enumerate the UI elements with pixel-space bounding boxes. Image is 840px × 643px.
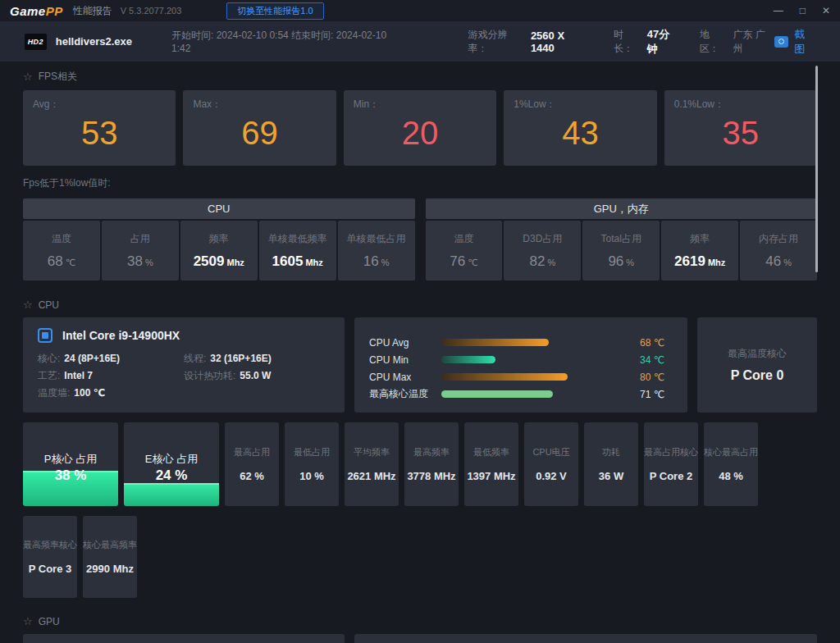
cpu-freq-cell: 频率 2509Mhz bbox=[180, 221, 258, 280]
max-core-temp-bar bbox=[441, 390, 553, 398]
gpu-info-card: NVIDIA GeForce RTX 4060 Laptop 品牌:Hewlet… bbox=[23, 634, 345, 643]
cpu-name: Intel Core i9-14900HX bbox=[62, 329, 180, 342]
gpu-freq-cell: 频率 2619Mhz bbox=[661, 221, 738, 280]
gpu-total-usage-cell: Total占用 96% bbox=[582, 221, 660, 280]
gamepp-window: GamePP 性能报告 V 5.3.2077.203 切换至性能报告1.0 — … bbox=[0, 0, 840, 643]
fps-card-avg: Avg： 53 bbox=[23, 90, 176, 166]
cpu-max-core-temp-bar-row: 最高核心温度 71 ℃ bbox=[369, 387, 674, 401]
fps-section-title: FPS相关 bbox=[39, 70, 77, 84]
vertical-scrollbar[interactable] bbox=[815, 66, 818, 272]
power-draw-card: 功耗 36 W bbox=[584, 422, 638, 506]
cpu-extra-row: 最高频率核心 P Core 3 核心最高频率 2990 Mhz bbox=[23, 516, 817, 598]
cpu-avg-bar bbox=[441, 339, 549, 346]
session-times: 开始时间: 2024-02-10 0:54 结束时间: 2024-02-10 1… bbox=[171, 29, 406, 54]
avg-freq-card: 平均频率 2621 MHz bbox=[345, 422, 399, 506]
fps-section-header: ☆ FPS相关 bbox=[23, 70, 817, 84]
cpu-min-core-freq-cell: 单核最低频率 1605Mhz bbox=[259, 221, 336, 280]
cpu-process: 工艺:Intel 7 bbox=[38, 367, 184, 385]
switch-report-button[interactable]: 切换至性能报告1.0 bbox=[226, 2, 323, 20]
low-fps-note: Fps低于1%low值时: bbox=[23, 176, 817, 190]
hottest-core-card: 最高温度核心 P Core 0 bbox=[697, 317, 817, 413]
cpu-temp-wall: 温度墙:100 ℃ bbox=[38, 385, 184, 402]
game-exe-name: helldivers2.exe bbox=[56, 35, 132, 48]
cpu-max-bar bbox=[441, 373, 568, 381]
region: 地区： 广东 广州 bbox=[700, 28, 775, 56]
fps-1pct-low-value: 43 bbox=[514, 115, 646, 152]
gpu-table-header: GPU，内存 bbox=[426, 198, 818, 219]
camera-icon bbox=[774, 36, 788, 48]
min-freq-card: 最低频率 1397 MHz bbox=[464, 422, 518, 506]
gpu-temp-bars-card: GPU Avg 76 ℃ GPU Min 42 ℃ GPU Max 80 ℃ bbox=[354, 634, 817, 643]
game-resolution: 游戏分辨率： 2560 X 1440 bbox=[468, 28, 591, 56]
cpu-threads: 线程:32 (16P+16E) bbox=[184, 350, 330, 367]
window-controls: — □ ✕ bbox=[774, 5, 830, 16]
app-version: V 5.3.2077.203 bbox=[121, 6, 182, 16]
fps-max-value: 69 bbox=[193, 115, 326, 152]
core-max-freq-card: 核心最高频率 2990 Mhz bbox=[83, 516, 137, 598]
ecore-usage-gauge: E核心 占用 24 % bbox=[124, 422, 219, 506]
fps-card-min: Min： 20 bbox=[344, 90, 496, 166]
max-usage-card: 最高占用 62 % bbox=[225, 422, 279, 506]
gpu-d3d-usage-cell: D3D占用 82% bbox=[504, 221, 581, 280]
fps-min-value: 20 bbox=[354, 115, 486, 152]
fps-card-01pct-low: 0.1%Low： 35 bbox=[664, 90, 817, 166]
gpu-section-header: ☆ GPU bbox=[23, 615, 817, 627]
maximize-icon[interactable]: □ bbox=[800, 5, 806, 16]
cpu-avg-bar-row: CPU Avg 68 ℃ bbox=[369, 335, 674, 349]
star-icon: ☆ bbox=[23, 71, 33, 83]
gpu-temp-cell: 温度 76℃ bbox=[426, 221, 503, 280]
gpu-low-table: GPU，内存 温度 76℃ D3D占用 82% Total占用 96% bbox=[426, 198, 818, 280]
session-duration: 时长： 47分钟 bbox=[614, 27, 680, 57]
cpu-min-bar-row: CPU Min 34 ℃ bbox=[369, 353, 674, 367]
app-subtitle: 性能报告 bbox=[73, 4, 112, 18]
fps-avg-value: 53 bbox=[33, 115, 166, 152]
pcore-usage-gauge: P核心 占用 38 % bbox=[23, 422, 118, 506]
fps-01pct-low-value: 35 bbox=[674, 115, 807, 152]
cpu-cores: 核心:24 (8P+16E) bbox=[38, 350, 184, 367]
cpu-voltage-card: CPU电压 0.92 V bbox=[524, 422, 578, 506]
memory-usage-cell: 内存占用 46% bbox=[740, 221, 817, 280]
max-usage-core-card: 最高占用核心 P Core 2 bbox=[644, 422, 698, 506]
game-info-bar: HD2 helldivers2.exe 开始时间: 2024-02-10 0:5… bbox=[0, 21, 840, 62]
cpu-chip-icon bbox=[38, 328, 52, 343]
cpu-top-row: Intel Core i9-14900HX 核心:24 (8P+16E) 线程:… bbox=[23, 317, 817, 413]
cpu-tdp: 设计热功耗:55.0 W bbox=[184, 367, 330, 385]
cpu-max-bar-row: CPU Max 80 ℃ bbox=[369, 370, 674, 384]
minimize-icon[interactable]: — bbox=[774, 5, 783, 16]
star-icon: ☆ bbox=[23, 615, 33, 627]
core-max-usage-card: 核心最高占用 48 % bbox=[704, 422, 758, 506]
cpu-usage-cell: 占用 38% bbox=[102, 221, 179, 280]
fps-card-1pct-low: 1%Low： 43 bbox=[504, 90, 656, 166]
game-icon: HD2 bbox=[25, 34, 47, 50]
cpu-table-header: CPU bbox=[23, 198, 415, 219]
max-freq-core-card: 最高频率核心 P Core 3 bbox=[23, 516, 77, 598]
cpu-low-table: CPU 温度 68℃ 占用 38% 频率 2509Mhz 单 bbox=[23, 198, 415, 280]
gamepp-logo: GamePP bbox=[10, 4, 63, 18]
fps-cards-row: Avg： 53 Max： 69 Min： 20 1%Low： 43 0.1%Lo… bbox=[23, 90, 817, 166]
ecore-gauge-fill bbox=[124, 483, 219, 506]
fps-card-max: Max： 69 bbox=[183, 90, 336, 166]
gpu-top-row: NVIDIA GeForce RTX 4060 Laptop 品牌:Hewlet… bbox=[23, 634, 817, 643]
cpu-min-bar bbox=[441, 356, 495, 363]
cpu-stats-row: P核心 占用 38 % E核心 占用 24 % 最高占用 62 % 最低占用 1… bbox=[23, 422, 817, 506]
max-freq-card: 最高频率 3778 MHz bbox=[404, 422, 459, 506]
min-usage-card: 最低占用 10 % bbox=[285, 422, 339, 506]
close-icon[interactable]: ✕ bbox=[822, 5, 830, 16]
cpu-section-title: CPU bbox=[39, 299, 59, 311]
gpu-section-title: GPU bbox=[39, 616, 60, 627]
report-content: ☆ FPS相关 Avg： 53 Max： 69 Min： 20 1%Low： 4… bbox=[0, 70, 840, 643]
low-fps-tables: CPU 温度 68℃ 占用 38% 频率 2509Mhz 单 bbox=[23, 198, 817, 280]
cpu-temp-bars-card: CPU Avg 68 ℃ CPU Min 34 ℃ CPU Max 80 ℃ 最… bbox=[354, 317, 687, 413]
cpu-min-core-usage-cell: 单核最低占用 16% bbox=[338, 221, 415, 280]
cpu-section-header: ☆ CPU bbox=[23, 299, 817, 311]
star-icon: ☆ bbox=[23, 299, 33, 311]
screenshot-button[interactable]: 截图 bbox=[774, 27, 815, 57]
cpu-temp-cell: 温度 68℃ bbox=[23, 221, 100, 280]
title-bar: GamePP 性能报告 V 5.3.2077.203 切换至性能报告1.0 — … bbox=[0, 0, 840, 21]
cpu-info-card: Intel Core i9-14900HX 核心:24 (8P+16E) 线程:… bbox=[23, 317, 345, 413]
